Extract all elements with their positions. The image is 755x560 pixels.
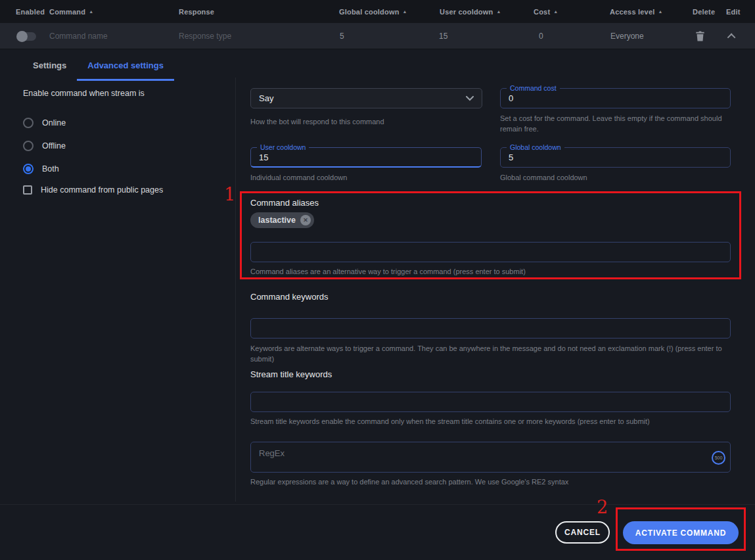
alias-chip-row: lastactive ✕	[250, 212, 314, 228]
user-cooldown-field[interactable]: User cooldown	[250, 147, 482, 168]
helper-text: Global command cooldown	[500, 173, 731, 183]
col-enabled: Enabled	[16, 0, 45, 23]
stream-title-keywords-input[interactable]	[250, 392, 731, 412]
tab-advanced-settings[interactable]: Advanced settings	[77, 55, 174, 81]
cancel-button[interactable]: CANCEL	[555, 521, 610, 544]
checkbox-icon	[23, 185, 32, 195]
helper-text: Command aliases are an alternative way t…	[250, 267, 731, 277]
radio-selected-icon	[23, 164, 34, 174]
col-command[interactable]: Command▲	[49, 0, 93, 23]
char-counter-badge: 500	[712, 451, 725, 465]
remove-chip-icon[interactable]: ✕	[300, 215, 311, 225]
stream-title-keywords-title: Stream title keywords	[250, 369, 332, 379]
stream-state-title: Enable command when stream is	[23, 89, 227, 98]
regex-input[interactable]	[251, 442, 730, 472]
field-label: Global cooldown	[507, 143, 564, 152]
aliases-title: Command aliases	[250, 198, 319, 208]
radio-both[interactable]: Both	[23, 157, 227, 180]
activate-command-button[interactable]: ACTIVATE COMMAND	[623, 521, 739, 544]
alias-chip: lastactive ✕	[250, 212, 314, 228]
hide-command-checkbox[interactable]: Hide command from public pages	[23, 185, 227, 195]
vertical-divider	[235, 78, 236, 502]
field-label: Command cost	[507, 84, 560, 93]
alias-input[interactable]	[250, 242, 731, 262]
stream-state-panel: Enable command when stream is Online Off…	[23, 89, 227, 195]
command-name-field[interactable]: Command name	[49, 23, 108, 49]
global-cooldown-field[interactable]: Global cooldown	[500, 147, 731, 168]
helper-text: Individual command cooldown	[250, 173, 482, 183]
helper-text: Keywords are alternate ways to trigger a…	[250, 344, 731, 365]
editor-tabs: Settings Advanced settings	[22, 55, 174, 81]
helper-text: Stream title keywords enable the command…	[250, 417, 731, 427]
radio-circle-icon	[23, 141, 34, 151]
field-label: User cooldown	[257, 143, 309, 152]
keywords-input[interactable]	[250, 318, 731, 338]
response-type-field[interactable]: Response type	[179, 23, 231, 49]
toggle-knob	[16, 31, 28, 42]
advanced-settings-form: Say How the bot will respond to this com…	[250, 0, 731, 560]
tab-settings[interactable]: Settings	[22, 55, 77, 81]
radio-online[interactable]: Online	[23, 111, 227, 134]
radio-circle-icon	[23, 118, 34, 128]
helper-text: Set a cost for the command. Leave this e…	[500, 114, 731, 135]
sort-asc-icon: ▲	[89, 9, 93, 14]
command-cost-field[interactable]: Command cost	[500, 88, 731, 108]
command-editor-screen: Enabled Command▲ Response Global cooldow…	[0, 0, 755, 560]
response-type-select[interactable]: Say	[250, 88, 482, 108]
helper-text: How the bot will respond to this command	[250, 117, 482, 128]
enabled-toggle[interactable]	[17, 32, 36, 41]
col-response: Response	[179, 0, 214, 23]
helper-text: Regular expressions are a way to define …	[250, 477, 731, 488]
keywords-title: Command keywords	[250, 292, 329, 302]
radio-offline[interactable]: Offline	[23, 134, 227, 157]
chevron-down-icon	[466, 96, 474, 101]
regex-field[interactable]: 500	[250, 442, 731, 473]
